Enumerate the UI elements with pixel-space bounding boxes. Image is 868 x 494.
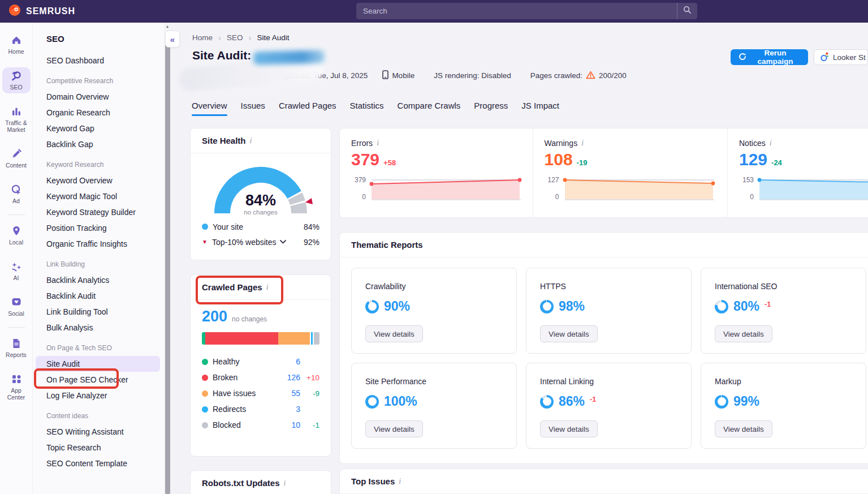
tab-statistics[interactable]: Statistics bbox=[350, 101, 384, 116]
search-button[interactable] bbox=[677, 3, 697, 19]
chevron-right-icon: › bbox=[249, 33, 252, 42]
bar-segment-redirects[interactable] bbox=[311, 332, 313, 345]
tab-compare-crawls[interactable]: Compare Crawls bbox=[398, 101, 461, 116]
rail-item-app-center[interactable]: App Center bbox=[2, 371, 31, 403]
sidebar-item-organic-traffic-insights[interactable]: Organic Traffic Insights bbox=[46, 236, 164, 252]
sidebar-item-position-tracking[interactable]: Position Tracking bbox=[46, 220, 164, 236]
rail-item-social[interactable]: Social bbox=[2, 294, 31, 320]
thematic-card-international-seo: International SEO 80%-1 View details bbox=[701, 268, 866, 354]
sidebar-item-keyword-magic-tool[interactable]: Keyword Magic Tool bbox=[46, 188, 164, 204]
rail-item-ad[interactable]: Ad bbox=[2, 181, 31, 207]
info-icon[interactable]: i bbox=[284, 479, 286, 488]
blue-dot-icon bbox=[202, 224, 208, 230]
sidebar-item-on-page-seo-checker[interactable]: On Page SEO Checker bbox=[46, 372, 164, 388]
chevron-down-icon[interactable] bbox=[280, 240, 286, 244]
thematic-card-markup: Markup 99% View details bbox=[701, 363, 866, 449]
view-details-button[interactable]: View details bbox=[365, 325, 423, 342]
change-badge: -9 bbox=[300, 389, 319, 398]
sidebar-item-domain-overview[interactable]: Domain Overview bbox=[46, 89, 164, 105]
info-icon[interactable]: i bbox=[266, 283, 269, 292]
sidebar-item-keyword-strategy-builder[interactable]: Keyword Strategy Builder bbox=[46, 204, 164, 220]
sidebar-item-seo-writing-assistant[interactable]: SEO Writing Assistant bbox=[46, 424, 164, 440]
sidebar-item-site-audit[interactable]: Site Audit bbox=[36, 356, 160, 372]
orange-dot-icon bbox=[202, 390, 208, 397]
rail-item-local[interactable]: Local bbox=[2, 222, 31, 248]
sidebar-item-backlink-audit[interactable]: Backlink Audit bbox=[46, 288, 164, 304]
bar-segment-have-issues[interactable] bbox=[278, 332, 310, 345]
donut-chart bbox=[715, 300, 728, 313]
report-tabs: Overview Issues Crawled Pages Statistics… bbox=[192, 101, 559, 116]
view-details-button[interactable]: View details bbox=[715, 325, 772, 342]
notices-sparkline: 1530 bbox=[739, 175, 868, 201]
crawled-pages-legend: Healthy 6 Broken 126 +10 Have issues 55 … bbox=[202, 354, 319, 433]
rail-item-seo[interactable]: SEO bbox=[2, 67, 31, 93]
scrollbar-up-arrow[interactable]: ▲ bbox=[164, 23, 171, 31]
sidebar-group-competitive-research: Competitive Research bbox=[46, 77, 164, 85]
sidebar-item-log-file-analyzer[interactable]: Log File Analyzer bbox=[46, 388, 164, 403]
info-icon[interactable]: i bbox=[250, 136, 252, 145]
view-details-button[interactable]: View details bbox=[540, 325, 598, 342]
tab-issues[interactable]: Issues bbox=[241, 101, 265, 116]
sidebar-collapse-button[interactable]: « bbox=[165, 31, 180, 48]
red-triangle-marker-icon: ▼ bbox=[202, 239, 208, 245]
rail-item-home[interactable]: Home bbox=[2, 32, 31, 58]
tab-crawled-pages[interactable]: Crawled Pages bbox=[279, 101, 336, 116]
sidebar-item-keyword-overview[interactable]: Keyword Overview bbox=[46, 173, 164, 188]
info-icon[interactable]: i bbox=[399, 477, 401, 486]
search-input[interactable] bbox=[356, 7, 677, 15]
sidebar-item-bulk-analysis[interactable]: Bulk Analysis bbox=[46, 320, 164, 336]
breadcrumb-site-audit: Site Audit bbox=[257, 33, 290, 42]
tab-overview[interactable]: Overview bbox=[192, 101, 227, 116]
sidebar-group-content-ideas: Content ideas bbox=[46, 412, 164, 420]
looker-studio-button[interactable]: Looker St bbox=[814, 49, 868, 65]
sidebar-item-organic-research[interactable]: Organic Research bbox=[46, 105, 164, 121]
thematic-card-site-performance: Site Performance 100% View details bbox=[351, 363, 517, 449]
tab-js-impact[interactable]: JS Impact bbox=[521, 101, 559, 116]
sidebar-item-seo-dashboard[interactable]: SEO Dashboard bbox=[46, 53, 164, 68]
rail-item-reports[interactable]: Reports bbox=[2, 335, 31, 361]
view-details-button[interactable]: View details bbox=[365, 420, 423, 437]
robots-header: Robots.txt Updates i bbox=[191, 471, 331, 494]
change-badge: -1 bbox=[590, 396, 596, 403]
donut-chart bbox=[715, 395, 728, 409]
info-icon[interactable]: i bbox=[377, 139, 379, 148]
sidebar-item-seo-content-template[interactable]: SEO Content Template bbox=[46, 456, 164, 471]
seo-icon bbox=[11, 70, 22, 81]
pencil-icon bbox=[11, 148, 22, 160]
blurred-project-name bbox=[253, 50, 325, 65]
breadcrumb-home[interactable]: Home bbox=[192, 33, 213, 42]
rail-item-traffic-market[interactable]: Traffic & Market bbox=[2, 103, 31, 136]
info-icon[interactable]: i bbox=[581, 139, 584, 148]
scrollbar-thumb[interactable] bbox=[165, 34, 170, 494]
legend-row-your-site: Your site 84% bbox=[202, 219, 319, 234]
bar-segment-broken[interactable] bbox=[205, 332, 278, 345]
rail-item-ai[interactable]: AI bbox=[2, 258, 31, 284]
rail-item-content[interactable]: Content bbox=[2, 145, 31, 171]
donut-chart bbox=[365, 395, 379, 409]
search-icon bbox=[683, 6, 692, 16]
errors-sparkline: 3790 bbox=[351, 175, 533, 201]
sidebar-title: SEO bbox=[46, 34, 164, 44]
sidebar-item-backlink-analytics[interactable]: Backlink Analytics bbox=[46, 272, 164, 288]
refresh-icon bbox=[739, 53, 746, 62]
bar-chart-icon bbox=[11, 106, 22, 117]
bar-segment-blocked[interactable] bbox=[314, 332, 319, 345]
app-grid-icon bbox=[11, 373, 22, 385]
site-health-card: Site Health i 84% no changes Your site 8… bbox=[190, 128, 331, 260]
mobile-phone-icon bbox=[382, 70, 388, 81]
rerun-campaign-button[interactable]: Rerun campaign bbox=[731, 49, 808, 65]
info-icon[interactable]: i bbox=[770, 139, 772, 148]
sidebar-item-link-building-tool[interactable]: Link Building Tool bbox=[46, 304, 164, 320]
notices-value: 129 bbox=[739, 150, 767, 169]
sidebar-item-topic-research[interactable]: Topic Research bbox=[46, 440, 164, 456]
sidebar-scrollbar[interactable]: ▲ bbox=[164, 23, 171, 494]
view-details-button[interactable]: View details bbox=[540, 420, 598, 437]
sidebar-group-keyword-research: Keyword Research bbox=[46, 161, 164, 169]
sidebar-item-backlink-gap[interactable]: Backlink Gap bbox=[46, 136, 164, 152]
semrush-logo[interactable]: SEMRUSH bbox=[8, 3, 75, 19]
breadcrumb-seo[interactable]: SEO bbox=[227, 33, 243, 42]
view-details-button[interactable]: View details bbox=[715, 420, 772, 437]
thematic-grid: Crawlability 90% View details HTTPS 98% … bbox=[340, 257, 868, 449]
sidebar-item-keyword-gap[interactable]: Keyword Gap bbox=[46, 121, 164, 136]
tab-progress[interactable]: Progress bbox=[474, 101, 508, 116]
